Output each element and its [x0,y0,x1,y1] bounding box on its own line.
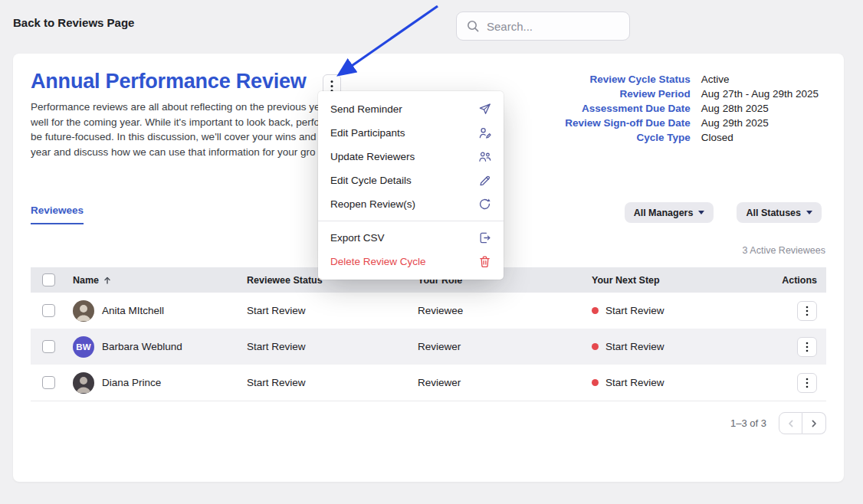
menu-item-label: Update Reviewers [330,151,415,162]
refresh-icon [478,198,491,211]
menu-divider [318,221,504,221]
status-dot [592,343,599,350]
page: Back to Reviews Page Annual Performance … [0,0,863,504]
all-managers-filter[interactable]: All Managers [625,202,714,223]
row-actions-kebab-button[interactable] [797,373,817,393]
filter-label: All Statuses [746,208,801,218]
menu-item-label: Reopen Review(s) [330,198,415,210]
search-input[interactable] [487,20,639,33]
info-value: Aug 29th 2025 [701,118,819,129]
reviewee-name: Diana Prince [102,377,161,388]
row-checkbox[interactable] [42,376,55,389]
info-label: Review Cycle Status [565,74,691,85]
reviewee-status: Start Review [247,305,418,316]
all-statuses-filter[interactable]: All Statuses [737,202,822,223]
tab-reviewees[interactable]: Reviewees [31,205,84,224]
info-label: Review Sign-off Due Date [565,118,691,129]
info-label: Review Period [565,89,691,100]
send-icon [478,103,491,116]
filter-bar: All Managers All Statuses [625,202,822,223]
column-header-your-next-step: Your Next Step [592,275,768,286]
row-checkbox[interactable] [42,304,55,317]
menu-item-label: Delete Review Cycle [330,256,426,267]
description-line: be future-focused. In this discussion, w… [31,129,323,145]
info-value: Active [701,74,819,85]
next-step: Start Review [605,305,664,316]
pagination-prev-button[interactable] [779,412,802,434]
reviewee-status: Start Review [247,341,418,352]
info-value: Aug 27th - Aug 29th 2025 [701,89,819,100]
menu-item-label: Export CSV [330,232,385,244]
cycle-info-panel: Review Cycle Status Active Review Period… [565,74,819,143]
description-line: well for the coming year. While it's imp… [31,115,323,130]
reviewees-table: Name Reviewee Status Your Role Your Next… [31,267,826,401]
column-header-actions: Actions [768,275,826,286]
search-icon [466,19,480,33]
table-row: Diana Prince Start Review Reviewer Start… [31,365,826,401]
back-to-reviews-link[interactable]: Back to Reviews Page [13,16,134,29]
table-body: Anita MItchell Start Review Reviewee Sta… [31,293,826,401]
avatar [73,372,94,394]
pencil-icon [478,174,491,187]
menu-item-update-reviewers[interactable]: Update Reviewers [318,145,504,169]
pagination: 1–3 of 3 [730,412,826,434]
cycle-description: Performance reviews are all about reflec… [31,100,323,159]
export-icon [478,231,491,244]
kebab-icon [806,306,809,316]
description-line: year and discuss how we can use that inf… [31,145,323,160]
menu-item-reopen-reviews[interactable]: Reopen Review(s) [318,192,504,216]
reviewee-status: Start Review [247,377,418,388]
menu-item-export-csv[interactable]: Export CSV [318,226,504,250]
kebab-icon [806,342,809,352]
cycle-actions-menu: Send Reminder Edit Participants [318,91,504,280]
menu-item-edit-participants[interactable]: Edit Participants [318,121,504,145]
row-actions-kebab-button[interactable] [797,301,817,321]
info-value: Aug 28th 2025 [701,103,819,114]
pagination-range: 1–3 of 3 [730,417,766,429]
menu-item-label: Edit Cycle Details [330,175,412,186]
caret-down-icon [698,211,704,214]
trash-icon [478,255,491,268]
kebab-icon [806,378,809,388]
table-row: BW Barbara Weblund Start Review Reviewer… [31,329,826,365]
arrow-up-icon [103,276,112,285]
chevron-right-icon [809,418,819,429]
status-dot [592,307,599,314]
search-box[interactable] [456,11,630,41]
page-title: Annual Performance Review [31,70,307,93]
row-checkbox[interactable] [42,340,55,353]
your-role: Reviewer [418,377,592,388]
person-edit-icon [478,126,491,139]
menu-item-edit-cycle-details[interactable]: Edit Cycle Details [318,169,504,192]
description-line: Performance reviews are all about reflec… [31,100,323,115]
active-reviewees-count: 3 Active Reviewees [743,245,825,256]
next-step: Start Review [605,341,664,352]
menu-item-label: Send Reminder [330,103,402,115]
select-all-checkbox[interactable] [42,273,55,286]
menu-item-label: Edit Participants [330,127,405,139]
status-dot [592,379,599,386]
reviewee-name: Barbara Weblund [102,341,182,352]
menu-item-send-reminder[interactable]: Send Reminder [318,97,504,121]
your-role: Reviewer [418,341,592,352]
review-cycle-card: Annual Performance Review Performance re… [13,54,844,482]
pagination-next-button[interactable] [802,412,826,434]
column-header-name[interactable]: Name [73,275,99,286]
row-actions-kebab-button[interactable] [797,337,817,357]
info-label: Cycle Type [565,133,691,143]
caret-down-icon [806,211,812,214]
your-role: Reviewee [418,305,592,316]
table-row: Anita MItchell Start Review Reviewee Sta… [31,293,826,329]
info-value: Closed [701,133,819,143]
next-step: Start Review [605,377,664,388]
info-label: Assessment Due Date [565,103,691,114]
menu-item-delete-review-cycle[interactable]: Delete Review Cycle [318,250,504,273]
people-icon [478,150,491,163]
avatar: BW [73,336,94,358]
reviewee-name: Anita MItchell [102,305,164,316]
filter-label: All Managers [634,208,694,218]
chevron-left-icon [786,418,796,429]
avatar [73,300,94,322]
